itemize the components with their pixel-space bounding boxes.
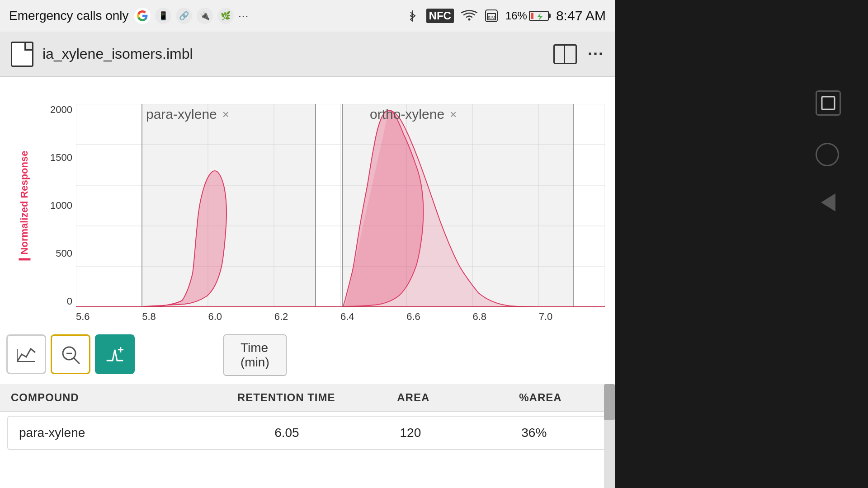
bluetooth-icon — [406, 9, 419, 23]
annotation-para-xylene-close[interactable]: × — [222, 108, 229, 122]
app-icon-1: 📱 — [155, 8, 171, 24]
app-header: ia_xylene_isomers.imbl ··· — [0, 32, 615, 77]
home-button[interactable] — [816, 143, 839, 166]
chart-type-button[interactable] — [6, 334, 46, 374]
file-icon — [11, 42, 33, 67]
svg-line-30 — [74, 358, 79, 363]
scrollbar-thumb[interactable] — [604, 384, 615, 420]
scrollbar[interactable] — [604, 384, 615, 488]
svg-point-0 — [468, 19, 470, 21]
chart-plot: para-xylene × ortho-xylene × 5.6 5.8 6.0… — [76, 104, 605, 307]
x-tick-64: 6.4 — [340, 311, 354, 323]
sim-icon: SIM — [485, 9, 498, 23]
data-table: COMPOUND RETENTION TIME AREA %AREA para-… — [0, 384, 615, 454]
battery-percentage: 16% — [505, 9, 527, 22]
back-button[interactable] — [816, 193, 841, 211]
time-display: 8:47 AM — [556, 8, 606, 23]
emergency-calls-text: Emergency calls only — [9, 9, 129, 23]
x-tick-labels: 5.6 5.8 6.0 6.2 6.4 6.6 6.8 7.0 — [76, 311, 605, 323]
x-axis-label: Time (min) — [241, 341, 269, 369]
add-peak-button[interactable] — [95, 334, 135, 374]
col-compound-header: COMPOUND — [11, 391, 223, 404]
y-axis-label: Normalized Response — [19, 151, 30, 261]
svg-text:SIM: SIM — [488, 15, 495, 20]
battery-box — [529, 11, 549, 21]
google-icon — [134, 8, 151, 24]
chart-area: Normalized Response 2000 1500 1000 500 0 — [0, 81, 615, 352]
zoom-button[interactable] — [51, 334, 90, 374]
app-icon-3: 🔌 — [197, 8, 213, 24]
status-icons: 📱 🔗 🔌 🌿 ··· — [134, 8, 249, 24]
status-right: NFC SIM 16% 8:47 AM — [406, 8, 606, 23]
col-retention-header: RETENTION TIME — [223, 391, 350, 404]
header-actions: ··· — [553, 44, 604, 64]
status-left: Emergency calls only 📱 🔗 🔌 🌿 ··· — [9, 8, 249, 24]
annotation-para-xylene: para-xylene × — [146, 107, 229, 122]
recents-button[interactable] — [816, 90, 841, 116]
cell-compound-1: para-xylene — [19, 426, 225, 440]
svg-rect-20 — [142, 104, 316, 307]
x-tick-60: 6.0 — [208, 311, 222, 323]
file-title: ia_xylene_isomers.imbl — [42, 46, 544, 62]
split-view-button[interactable] — [553, 44, 577, 64]
y-tick-2000: 2000 — [50, 104, 72, 116]
app-icon-4: 🌿 — [217, 8, 234, 24]
nfc-label: NFC — [426, 9, 454, 23]
table-row-para-xylene[interactable]: para-xylene 6.05 120 36% — [7, 416, 608, 450]
y-tick-1500: 1500 — [50, 152, 72, 164]
x-tick-62: 6.2 — [274, 311, 288, 323]
status-bar: Emergency calls only 📱 🔗 🔌 🌿 ··· NFC — [0, 0, 615, 32]
android-nav-buttons — [816, 90, 841, 211]
x-tick-58: 5.8 — [142, 311, 156, 323]
annotation-ortho-xylene-close[interactable]: × — [450, 108, 457, 122]
x-tick-56: 5.6 — [76, 311, 90, 323]
annotation-ortho-xylene-label: ortho-xylene — [370, 107, 444, 122]
y-tick-500: 500 — [56, 248, 72, 259]
x-axis-label-button[interactable]: Time (min) — [223, 334, 287, 376]
y-axis-label-container: Normalized Response — [6, 108, 42, 303]
y-tick-1000: 1000 — [50, 200, 72, 211]
cell-retention-1: 6.05 — [225, 426, 349, 440]
y-tick-0: 0 — [67, 296, 72, 307]
svg-marker-4 — [537, 13, 542, 20]
x-axis-label-container: Time (min) — [223, 334, 287, 376]
chart-svg — [76, 104, 605, 307]
cell-pctarea-1: 36% — [472, 426, 596, 440]
x-tick-66: 6.6 — [406, 311, 420, 323]
x-tick-70: 7.0 — [539, 311, 553, 323]
main-content: Normalized Response 2000 1500 1000 500 0 — [0, 77, 615, 488]
x-tick-68: 6.8 — [473, 311, 487, 323]
svg-rect-34 — [822, 97, 835, 109]
cell-area-1: 120 — [349, 426, 472, 440]
more-options-button[interactable]: ··· — [588, 45, 604, 64]
more-apps-text: ··· — [238, 9, 249, 23]
battery-indicator: 16% — [505, 9, 549, 22]
wifi-icon — [461, 9, 477, 22]
table-header-row: COMPOUND RETENTION TIME AREA %AREA — [0, 384, 615, 412]
annotation-ortho-xylene: ortho-xylene × — [370, 107, 457, 122]
col-area-header: AREA — [350, 391, 477, 404]
annotation-para-xylene-label: para-xylene — [146, 107, 217, 122]
android-nav-panel — [615, 0, 868, 488]
y-tick-labels: 2000 1500 1000 500 0 — [45, 104, 72, 307]
toolbar: Time (min) — [6, 334, 135, 374]
app-icon-2: 🔗 — [176, 8, 192, 24]
col-pctarea-header: %AREA — [477, 391, 604, 404]
